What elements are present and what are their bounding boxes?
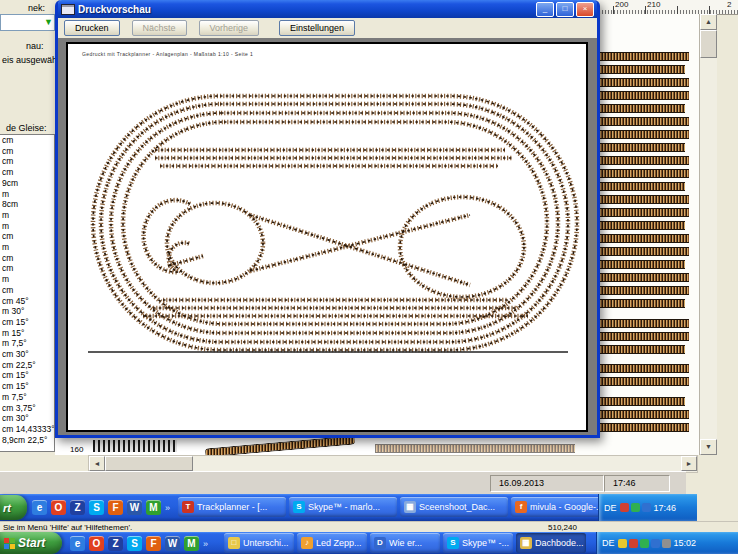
tray-icon[interactable] bbox=[662, 539, 671, 548]
start-button-cut[interactable]: rt bbox=[0, 495, 27, 520]
vertical-scroll-thumb[interactable] bbox=[700, 30, 717, 58]
track-list-item[interactable]: cm bbox=[2, 135, 54, 146]
track-list-item[interactable]: m bbox=[2, 189, 54, 200]
scroll-up-icon[interactable]: ▲ bbox=[700, 14, 717, 30]
tray-icon[interactable] bbox=[642, 503, 651, 512]
ie-quicklaunch-icon[interactable]: e bbox=[32, 500, 47, 515]
taskbar-window-button[interactable]: ♪Led Zepp... bbox=[297, 533, 367, 553]
start-button[interactable]: Start bbox=[0, 532, 62, 554]
firefox-quicklaunch-icon[interactable]: F bbox=[108, 500, 123, 515]
track-list-item[interactable]: m bbox=[2, 242, 54, 253]
track-library-combo[interactable]: ▼ bbox=[0, 14, 55, 31]
track-segment[interactable] bbox=[593, 332, 689, 341]
track-segment[interactable] bbox=[593, 130, 689, 139]
track-list-item[interactable]: 9cm bbox=[2, 178, 54, 189]
maximize-button[interactable]: □ bbox=[556, 2, 574, 17]
track-list-item[interactable]: cm 15° bbox=[2, 381, 54, 392]
track-list-item[interactable]: cm bbox=[2, 156, 54, 167]
track-segment[interactable] bbox=[593, 364, 689, 373]
track-segment[interactable] bbox=[593, 423, 689, 432]
combo-dropdown-icon[interactable]: ▼ bbox=[44, 17, 53, 27]
taskbar-window-button[interactable]: TTrackplanner - [... bbox=[178, 497, 286, 517]
track-segment[interactable] bbox=[593, 65, 685, 74]
taskbar-window-button[interactable]: DWie er... bbox=[370, 533, 440, 553]
vertical-scrollbar[interactable]: ▲ ▼ bbox=[699, 14, 717, 455]
track-list-item[interactable]: cm 15° bbox=[2, 317, 54, 328]
track-list-item[interactable]: m bbox=[2, 210, 54, 221]
track-segment[interactable] bbox=[593, 397, 685, 406]
track-segment[interactable] bbox=[593, 91, 689, 100]
track-list-item[interactable]: cm 45° bbox=[2, 296, 54, 307]
dialog-titlebar[interactable]: Druckvorschau _□× bbox=[58, 0, 597, 18]
track-list-item[interactable]: 8cm bbox=[2, 199, 54, 210]
taskbar-window-button[interactable]: ▦Dachbode... bbox=[516, 533, 586, 553]
track-list-item[interactable]: cm 3,75° bbox=[2, 403, 54, 414]
track-list-item[interactable]: m 30° bbox=[2, 306, 54, 317]
quicklaunch-overflow-chevron[interactable]: » bbox=[165, 503, 170, 513]
track-segment[interactable] bbox=[593, 169, 689, 178]
track-list-item[interactable]: m bbox=[2, 221, 54, 232]
track-list-item[interactable]: m 7,5° bbox=[2, 392, 54, 403]
messenger-quicklaunch-icon[interactable]: M bbox=[146, 500, 161, 515]
tray-icon[interactable] bbox=[651, 539, 660, 548]
track-segment[interactable] bbox=[593, 234, 689, 243]
track-segment[interactable] bbox=[593, 78, 689, 87]
word-quicklaunch-icon[interactable]: W bbox=[127, 500, 142, 515]
track-list-item[interactable]: cm bbox=[2, 263, 54, 274]
track-list-item[interactable]: cm bbox=[2, 167, 54, 178]
firefox-quicklaunch-icon[interactable]: F bbox=[146, 536, 161, 551]
track-list-item[interactable]: cm 30° bbox=[2, 413, 54, 424]
track-list-item[interactable]: cm 15° bbox=[2, 370, 54, 381]
opera-quicklaunch-icon[interactable]: O bbox=[51, 500, 66, 515]
track-list-item[interactable]: m bbox=[2, 274, 54, 285]
scroll-left-icon[interactable]: ◄ bbox=[89, 456, 105, 471]
track-segment[interactable] bbox=[593, 143, 685, 152]
horizontal-scroll-thumb[interactable] bbox=[105, 456, 193, 471]
track-list-item[interactable]: cm bbox=[2, 231, 54, 242]
track-list-item[interactable]: cm 14,43333° bbox=[2, 424, 54, 435]
track-segment[interactable] bbox=[593, 208, 689, 217]
tray-icon[interactable] bbox=[618, 539, 627, 548]
print-button[interactable]: Drucken bbox=[64, 20, 120, 36]
skype-quicklaunch-icon[interactable]: S bbox=[127, 536, 142, 551]
taskbar-window-button[interactable]: SSkype™ -... bbox=[443, 533, 513, 553]
track-segment[interactable] bbox=[593, 345, 685, 354]
track-segment[interactable] bbox=[593, 182, 685, 191]
track-list-item[interactable]: cm bbox=[2, 285, 54, 296]
close-button[interactable]: × bbox=[576, 2, 594, 17]
tray-icon[interactable] bbox=[620, 503, 629, 512]
track-list-item[interactable]: cm 30° bbox=[2, 349, 54, 360]
track-segment[interactable] bbox=[593, 319, 689, 328]
tray-icon[interactable] bbox=[631, 503, 640, 512]
track-segment[interactable] bbox=[593, 247, 689, 256]
track-list-item[interactable]: 8,9cm 22,5° bbox=[2, 435, 54, 446]
zonealarm-quicklaunch-icon[interactable]: Z bbox=[70, 500, 85, 515]
tray-icon[interactable] bbox=[629, 539, 638, 548]
track-segment[interactable] bbox=[593, 377, 689, 386]
track-list-item[interactable]: m 15° bbox=[2, 328, 54, 339]
taskbar-window-button[interactable]: □Unterschi... bbox=[224, 533, 294, 553]
track-piece-list[interactable]: cmcmcmcm9cmm8cmmmcmmcmcmmcmcm 45°m 30°cm… bbox=[0, 134, 55, 452]
minimize-button[interactable]: _ bbox=[536, 2, 554, 17]
track-segment[interactable] bbox=[593, 195, 689, 204]
track-list-item[interactable]: cm 22,5° bbox=[2, 360, 54, 371]
track-segment[interactable] bbox=[593, 104, 685, 113]
scroll-right-icon[interactable]: ► bbox=[681, 456, 697, 471]
scroll-down-icon[interactable]: ▼ bbox=[700, 439, 717, 455]
track-list-item[interactable]: m 7,5° bbox=[2, 338, 54, 349]
word-quicklaunch-icon[interactable]: W bbox=[165, 536, 180, 551]
language-indicator[interactable]: DE bbox=[604, 503, 617, 513]
skype-quicklaunch-icon[interactable]: S bbox=[89, 500, 104, 515]
track-segment[interactable] bbox=[593, 299, 685, 308]
track-segment[interactable] bbox=[593, 156, 689, 165]
ie-quicklaunch-icon[interactable]: e bbox=[70, 536, 85, 551]
tray-icon[interactable] bbox=[640, 539, 649, 548]
taskbar-window-button[interactable]: ▦Sceenshoot_Dac... bbox=[400, 497, 508, 517]
settings-button[interactable]: Einstellungen bbox=[279, 20, 355, 36]
track-list-item[interactable]: cm bbox=[2, 146, 54, 157]
messenger-quicklaunch-icon[interactable]: M bbox=[184, 536, 199, 551]
zonealarm-quicklaunch-icon[interactable]: Z bbox=[108, 536, 123, 551]
language-indicator[interactable]: DE bbox=[602, 538, 615, 548]
opera-quicklaunch-icon[interactable]: O bbox=[89, 536, 104, 551]
track-segment[interactable] bbox=[593, 260, 685, 269]
